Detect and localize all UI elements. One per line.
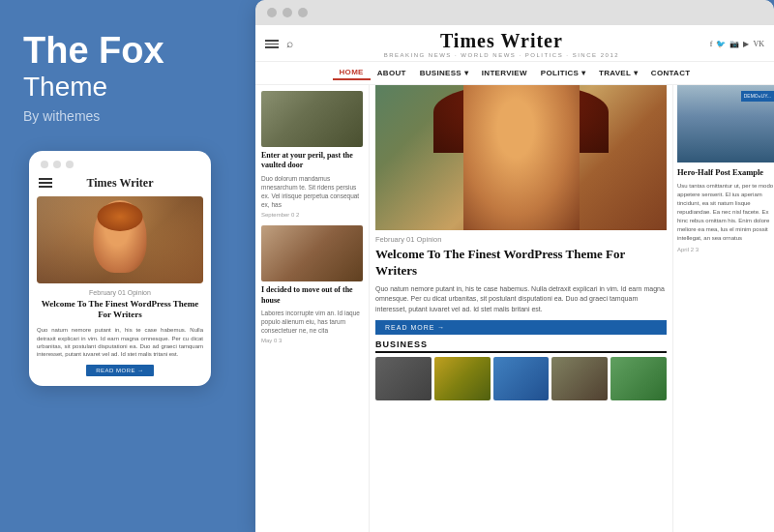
- titlebar-dot-3: [298, 8, 308, 17]
- nav-business[interactable]: BUSINESS ▾: [413, 67, 475, 79]
- business-section-label: BUSINESS: [375, 340, 667, 353]
- featured-face-graphic: [463, 85, 580, 230]
- youtube-icon[interactable]: ▶: [743, 40, 749, 48]
- desktop-nav: HOME ABOUT BUSINESS ▾ INTERVIEW POLITICS…: [255, 62, 774, 85]
- left-article-1-date: September 0 2: [261, 212, 363, 218]
- left-article-1-image: [261, 91, 363, 147]
- desktop-site-title: Times Writer: [293, 30, 710, 52]
- left-panel: The Fox Theme By withemes Times Writer F…: [0, 0, 240, 532]
- left-article-2: I decided to move out of the house Labor…: [261, 225, 363, 343]
- desktop-content: ⌕ Times Writer BREAKING NEWS · WORLD NEW…: [255, 25, 774, 532]
- right-hero-image: [677, 85, 774, 163]
- mobile-hero-image: [37, 196, 203, 283]
- titlebar-dot-2: [283, 8, 292, 17]
- biz-thumb-3: [493, 357, 550, 400]
- left-article-2-image: [261, 225, 363, 281]
- pottery-graphic: [261, 225, 363, 281]
- featured-article-title: Welcome To The Finest WordPress Theme Fo…: [375, 247, 667, 280]
- desktop-social-icons: f 🐦 📷 ▶ VK: [710, 40, 764, 48]
- mobile-article-body: Quo natum nemore putant in, his te case …: [37, 326, 203, 359]
- left-article-1-title: Enter at your peril, past the vaulted do…: [261, 151, 363, 171]
- biz-thumb-1: [375, 357, 432, 400]
- mobile-header: Times Writer: [37, 176, 203, 191]
- business-thumbnails: [375, 357, 667, 400]
- left-article-2-body: Labores incorrupte vim an. Id iaque popu…: [261, 309, 363, 335]
- mobile-dot-1: [41, 161, 48, 168]
- mobile-face-graphic: [94, 200, 147, 273]
- main-right-column: Hero-Half Post Example Usu tantas omitta…: [672, 85, 774, 532]
- brand-subtitle: Theme: [23, 72, 217, 103]
- mobile-date-line: February 01 Opinion: [37, 289, 203, 296]
- left-article-1-body: Duo dolorum mandamus mnesarchum te. Sit …: [261, 174, 363, 209]
- desktop-topbar: ⌕ Times Writer BREAKING NEWS · WORLD NEW…: [255, 25, 774, 62]
- biz-thumb-2: [434, 357, 491, 400]
- nav-interview[interactable]: INTERVIEW: [475, 67, 534, 79]
- topbar-left: ⌕: [265, 37, 293, 51]
- featured-image: [375, 85, 667, 230]
- right-article-date: April 2 3: [677, 247, 774, 252]
- biz-thumb-5: [610, 357, 667, 400]
- facebook-icon[interactable]: f: [710, 40, 713, 48]
- nav-travel[interactable]: TRAVEL ▾: [592, 67, 644, 79]
- nav-contact[interactable]: CONTACT: [644, 67, 698, 79]
- right-article-body: Usu tantas omittantur ut, per te modo ap…: [677, 182, 774, 243]
- nav-about[interactable]: ABOUT: [371, 67, 413, 79]
- right-article-title: Hero-Half Post Example: [677, 167, 774, 178]
- desktop-tagline: BREAKING NEWS · WORLD NEWS · POLITICS · …: [293, 52, 710, 58]
- read-more-button[interactable]: READ MORE →: [375, 320, 667, 335]
- search-icon[interactable]: ⌕: [286, 37, 293, 51]
- brand-title: The Fox: [23, 31, 217, 72]
- featured-date-line: February 01 Opinion: [375, 235, 667, 244]
- twitter-icon[interactable]: 🐦: [716, 40, 726, 48]
- desktop-preview: ⌕ Times Writer BREAKING NEWS · WORLD NEW…: [255, 0, 774, 532]
- mobile-hamburger-icon[interactable]: [39, 178, 52, 188]
- nav-home[interactable]: HOME: [333, 66, 371, 80]
- nav-politics[interactable]: POLITICS ▾: [534, 67, 592, 79]
- vk-icon[interactable]: VK: [753, 40, 764, 48]
- mobile-preview: Times Writer February 01 Opinion Welcome…: [29, 151, 211, 386]
- mobile-dot-2: [53, 161, 61, 168]
- soldier-graphic: [261, 91, 363, 147]
- mobile-traffic-lights: [37, 161, 203, 168]
- instagram-icon[interactable]: 📷: [729, 40, 739, 48]
- business-section: BUSINESS: [375, 340, 667, 400]
- mobile-article-title: Welcome To The Finest WordPress Theme Fo…: [37, 299, 203, 321]
- mobile-read-more-button[interactable]: READ MORE →: [86, 365, 154, 376]
- left-article-1: Enter at your peril, past the vaulted do…: [261, 91, 363, 218]
- brand-by: By withemes: [23, 108, 217, 124]
- desktop-main: Enter at your peril, past the vaulted do…: [255, 85, 774, 532]
- main-left-column: Enter at your peril, past the vaulted do…: [255, 85, 370, 532]
- featured-article-body: Quo natum nemore putant in, his te case …: [375, 284, 667, 315]
- biz-thumb-4: [551, 357, 608, 400]
- main-center-column: February 01 Opinion Welcome To The Fines…: [370, 85, 672, 532]
- mobile-site-title: Times Writer: [87, 176, 154, 191]
- hamburger-icon[interactable]: [265, 40, 279, 48]
- desktop-site-name-block: Times Writer BREAKING NEWS · WORLD NEWS …: [293, 30, 710, 58]
- desktop-titlebar: [255, 0, 774, 25]
- mobile-dot-3: [66, 161, 74, 168]
- left-article-2-title: I decided to move out of the house: [261, 285, 363, 306]
- left-article-2-date: May 0 3: [261, 338, 363, 343]
- titlebar-dot-1: [267, 8, 277, 17]
